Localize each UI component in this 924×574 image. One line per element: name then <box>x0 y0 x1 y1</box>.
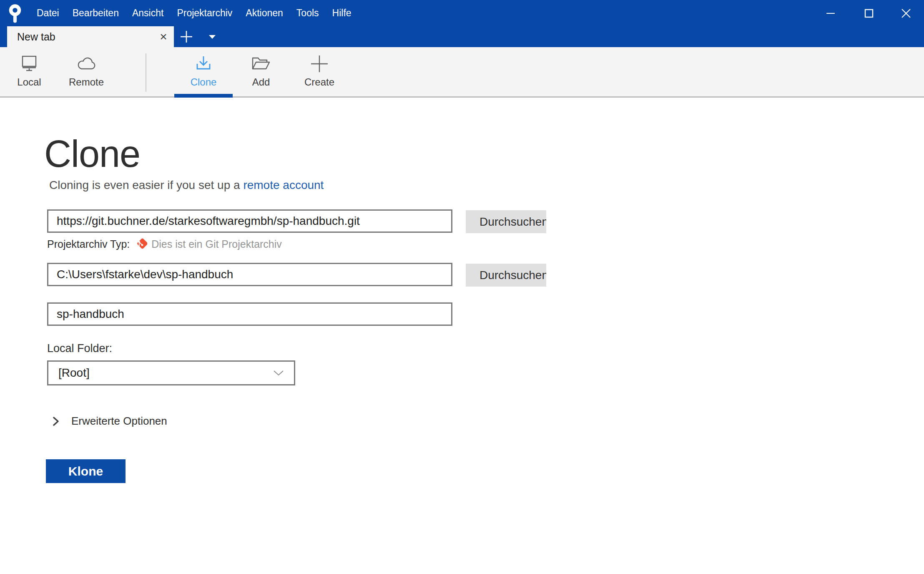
local-folder-selected-value: [Root] <box>58 366 273 380</box>
sourcetree-window: Datei Bearbeiten Ansicht Projektarchiv A… <box>0 0 924 574</box>
toolbar-remote-button[interactable]: Remote <box>61 47 111 96</box>
new-tab-button[interactable] <box>177 26 196 47</box>
toolbar-clone-label: Clone <box>191 76 217 88</box>
minimize-icon <box>826 8 836 18</box>
menu-datei[interactable]: Datei <box>30 0 66 26</box>
clone-subtitle: Cloning is even easier if you set up a r… <box>49 179 324 192</box>
advanced-options-expander[interactable]: Erweiterte Optionen <box>53 415 167 428</box>
browse-url-button[interactable]: Durchsuchen <box>466 210 546 233</box>
close-button[interactable] <box>888 0 924 26</box>
toolbar-local-label: Local <box>17 76 41 88</box>
toolbar-add-button[interactable]: Add <box>236 47 286 96</box>
toolbar: Local Remote Clone <box>0 47 924 98</box>
repo-type-label: Projektarchiv Typ: <box>47 238 130 250</box>
tab-bar: New tab × <box>0 26 924 47</box>
toolbar-add-label: Add <box>252 76 270 88</box>
subtitle-text: Cloning is even easier if you set up a <box>49 179 243 191</box>
maximize-icon <box>864 8 874 18</box>
toolbar-remote-label: Remote <box>69 76 104 88</box>
toolbar-create-button[interactable]: Create <box>294 47 344 96</box>
tab-close-icon[interactable]: × <box>153 26 174 47</box>
repo-type-description: Dies ist ein Git Projektarchiv <box>151 238 282 250</box>
menu-projektarchiv[interactable]: Projektarchiv <box>170 0 239 26</box>
git-logo-icon <box>134 237 147 251</box>
toolbar-local-button[interactable]: Local <box>4 47 54 96</box>
local-folder-label: Local Folder: <box>47 342 112 355</box>
close-icon <box>901 8 911 19</box>
clone-submit-label: Klone <box>68 464 103 478</box>
plus-icon <box>179 30 193 44</box>
tab-new-tab[interactable]: New tab × <box>7 26 174 47</box>
local-folder-select[interactable]: [Root] <box>47 360 295 385</box>
menu-tools[interactable]: Tools <box>290 0 326 26</box>
active-tool-underline <box>174 94 233 98</box>
browse-path-button[interactable]: Durchsuchen <box>466 264 546 287</box>
menu-ansicht[interactable]: Ansicht <box>126 0 170 26</box>
toolbar-clone-button[interactable]: Clone <box>178 47 228 96</box>
advanced-options-label: Erweiterte Optionen <box>71 415 167 428</box>
minimize-button[interactable] <box>811 0 850 26</box>
page-title: Clone <box>44 133 140 176</box>
chevron-down-icon <box>209 35 216 39</box>
repo-name-input[interactable] <box>47 302 452 326</box>
window-controls <box>811 0 924 26</box>
destination-path-input[interactable] <box>47 263 452 286</box>
tab-label: New tab <box>17 31 153 43</box>
menu-bearbeiten[interactable]: Bearbeiten <box>66 0 126 26</box>
repo-type-row: Projektarchiv Typ: Dies ist ein Git Proj… <box>47 237 282 251</box>
clone-submit-button[interactable]: Klone <box>46 459 126 483</box>
chevron-right-icon <box>53 416 59 426</box>
titlebar: Datei Bearbeiten Ansicht Projektarchiv A… <box>0 0 924 26</box>
toolbar-divider <box>146 53 146 92</box>
plus-icon <box>310 54 329 74</box>
clone-download-icon <box>194 54 213 74</box>
cloud-icon <box>75 54 97 74</box>
open-folder-icon <box>250 54 272 74</box>
browse-path-label: Durchsuchen <box>480 269 546 282</box>
clone-page: Clone Cloning is even easier if you set … <box>0 98 924 574</box>
maximize-button[interactable] <box>850 0 888 26</box>
browse-url-label: Durchsuchen <box>480 215 546 229</box>
menubar: Datei Bearbeiten Ansicht Projektarchiv A… <box>30 0 358 26</box>
chevron-down-icon <box>273 370 284 376</box>
remote-account-link[interactable]: remote account <box>243 179 324 191</box>
sourcetree-logo-icon <box>5 2 25 25</box>
menu-aktionen[interactable]: Aktionen <box>239 0 290 26</box>
source-url-input[interactable] <box>47 209 452 233</box>
menu-hilfe[interactable]: Hilfe <box>326 0 358 26</box>
monitor-icon <box>19 54 39 74</box>
tab-list-dropdown-button[interactable] <box>206 26 218 47</box>
toolbar-create-label: Create <box>304 76 334 88</box>
